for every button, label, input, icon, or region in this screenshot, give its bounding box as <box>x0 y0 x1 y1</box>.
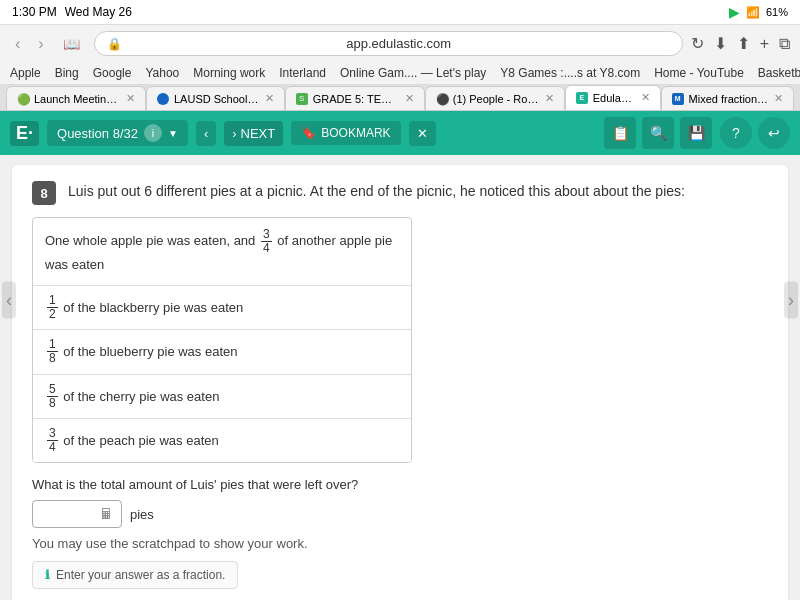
app-toolbar: E· Question 8/32 i ▼ ‹ › NEXT 🔖 BOOKMARK… <box>0 111 800 155</box>
calculator-icon: 🖩 <box>99 506 113 522</box>
battery-display: 61% <box>766 6 788 18</box>
bookmark-y8[interactable]: Y8 Games :....s at Y8.com <box>500 66 640 80</box>
blueberry-fraction-den: 8 <box>47 352 58 365</box>
status-bar: 1:30 PM Wed May 26 ▶ 📶 61% <box>0 0 800 25</box>
tab-close-lausd[interactable]: ✕ <box>265 92 274 105</box>
blackberry-fraction-num: 1 <box>47 294 58 308</box>
tab-close-mixed[interactable]: ✕ <box>774 92 783 105</box>
tab-close-grade5[interactable]: ✕ <box>405 92 414 105</box>
tab-mixed-fractions[interactable]: M Mixed fractions... ✕ <box>661 86 794 110</box>
dropdown-icon[interactable]: ▼ <box>168 128 178 139</box>
cherry-text: of the cherry pie was eaten <box>63 389 219 404</box>
tab-launch-meeting[interactable]: 🟢 Launch Meeting-... ✕ <box>6 86 146 110</box>
close-icon: ✕ <box>417 126 428 141</box>
tab-title-people: (1) People - Robl... <box>453 93 540 105</box>
answer-input[interactable] <box>41 507 96 522</box>
bookmarks-bar: Apple Bing Google Yahoo Morning work Int… <box>0 62 800 85</box>
tab-grade5[interactable]: S GRADE 5: TERM... ✕ <box>285 86 425 110</box>
next-label: NEXT <box>241 126 276 141</box>
lock-icon: 🔒 <box>107 37 122 51</box>
tab-favicon-lausd <box>157 93 169 105</box>
app-logo: E· <box>10 121 39 146</box>
bookmark-online-games[interactable]: Online Gam.... — Let's play <box>340 66 486 80</box>
answer-row: 🖩 pies <box>32 500 768 528</box>
signal-icon: ▶ <box>729 4 740 20</box>
bookmark-basketball[interactable]: Basketbal...ne at Y8.com <box>758 66 800 80</box>
tab-close-edulastic[interactable]: ✕ <box>641 91 650 104</box>
blackberry-text: of the blackberry pie was eaten <box>63 300 243 315</box>
apple-fraction-den: 4 <box>261 242 272 255</box>
save-button[interactable]: 💾 <box>680 117 712 149</box>
blackberry-fraction-den: 2 <box>47 308 58 321</box>
blueberry-text: of the blueberry pie was eaten <box>63 344 237 359</box>
pie-info-table: One whole apple pie was eaten, and 3 4 o… <box>32 217 412 463</box>
tab-close-people[interactable]: ✕ <box>545 92 554 105</box>
new-tab-button[interactable]: + <box>760 35 769 53</box>
bookmark-youtube[interactable]: Home - YouTube <box>654 66 744 80</box>
apple-fraction-num: 3 <box>261 228 272 242</box>
question-number: 8 <box>32 181 56 205</box>
download-button[interactable]: ⬇ <box>714 34 727 53</box>
hint-info-icon: ℹ <box>45 568 50 582</box>
bookmark-yahoo[interactable]: Yahoo <box>145 66 179 80</box>
cherry-fraction-den: 8 <box>47 397 58 410</box>
blackberry-row: 1 2 of the blackberry pie was eaten <box>33 286 411 330</box>
pies-label: pies <box>130 507 154 522</box>
bookmark-interland[interactable]: Interland <box>279 66 326 80</box>
blueberry-row: 1 8 of the blueberry pie was eaten <box>33 330 411 374</box>
main-content: 8 Luis put out 6 different pies at a pic… <box>12 165 788 600</box>
tab-title-lausd: LAUSD Schoolo... <box>174 93 260 105</box>
prev-button[interactable]: ‹ <box>196 121 216 146</box>
corner-buttons: ? ↩ <box>720 117 790 149</box>
tab-edulastic[interactable]: E Edulastic ✕ <box>565 85 661 110</box>
cherry-fraction: 5 8 <box>47 383 58 410</box>
back-button[interactable]: ‹ <box>10 33 25 55</box>
tab-close-launch[interactable]: ✕ <box>126 92 135 105</box>
close-button[interactable]: ✕ <box>409 121 436 146</box>
next-button[interactable]: › NEXT <box>224 121 283 146</box>
back-nav-button[interactable]: ↩ <box>758 117 790 149</box>
fraction-hint-box: ℹ Enter your answer as a fraction. <box>32 561 238 589</box>
forward-button[interactable]: › <box>33 33 48 55</box>
refresh-button[interactable]: ↻ <box>691 34 704 53</box>
question-info-box: Question 8/32 i ▼ <box>47 120 188 146</box>
bookmark-google[interactable]: Google <box>93 66 132 80</box>
tab-lausd[interactable]: LAUSD Schoolo... ✕ <box>146 86 285 110</box>
bookmark-button[interactable]: 🔖 BOOKMARK <box>291 121 400 145</box>
question-info-icon[interactable]: i <box>144 124 162 142</box>
question-text: Luis put out 6 different pies at a picni… <box>68 181 685 202</box>
tabs-button[interactable]: ⧉ <box>779 35 790 53</box>
bookmark-bing[interactable]: Bing <box>55 66 79 80</box>
share-button[interactable]: ⬆ <box>737 34 750 53</box>
nav-bar: ‹ › 📖 🔒 app.edulastic.com ↻ ⬇ ⬆ + ⧉ <box>0 25 800 62</box>
tab-people[interactable]: ⚫ (1) People - Robl... ✕ <box>425 86 565 110</box>
nav-actions: ↻ ⬇ ⬆ + ⧉ <box>691 34 790 53</box>
tab-title-edulastic: Edulastic <box>593 92 636 104</box>
reader-button[interactable]: 📖 <box>57 34 86 54</box>
wifi-icon: 📶 <box>746 6 760 19</box>
address-bar[interactable]: 🔒 app.edulastic.com <box>94 31 683 56</box>
tab-title-launch: Launch Meeting-... <box>34 93 121 105</box>
next-icon: › <box>232 126 236 141</box>
search-button[interactable]: 🔍 <box>642 117 674 149</box>
side-nav-left[interactable]: ‹ <box>2 282 16 319</box>
bookmark-morning[interactable]: Morning work <box>193 66 265 80</box>
apple-prefix: One whole apple pie was eaten, and <box>45 233 255 248</box>
tab-favicon-people: ⚫ <box>436 93 448 105</box>
question-info-text: Question 8/32 <box>57 126 138 141</box>
bookmark-apple[interactable]: Apple <box>10 66 41 80</box>
prev-icon: ‹ <box>204 126 208 141</box>
clipboard-button[interactable]: 📋 <box>604 117 636 149</box>
bookmark-icon: 🔖 <box>301 126 316 140</box>
blueberry-fraction-num: 1 <box>47 338 58 352</box>
blueberry-fraction: 1 8 <box>47 338 58 365</box>
answer-input-box[interactable]: 🖩 <box>32 500 122 528</box>
tab-favicon-grade5: S <box>296 93 308 105</box>
help-button[interactable]: ? <box>720 117 752 149</box>
scratchpad-hint: You may use the scratchpad to show your … <box>32 536 768 551</box>
time-display: 1:30 PM <box>12 5 57 19</box>
bookmark-label: BOOKMARK <box>321 126 390 140</box>
tab-favicon-mixed: M <box>672 93 684 105</box>
side-nav-right[interactable]: › <box>784 282 798 319</box>
cherry-row: 5 8 of the cherry pie was eaten <box>33 375 411 419</box>
